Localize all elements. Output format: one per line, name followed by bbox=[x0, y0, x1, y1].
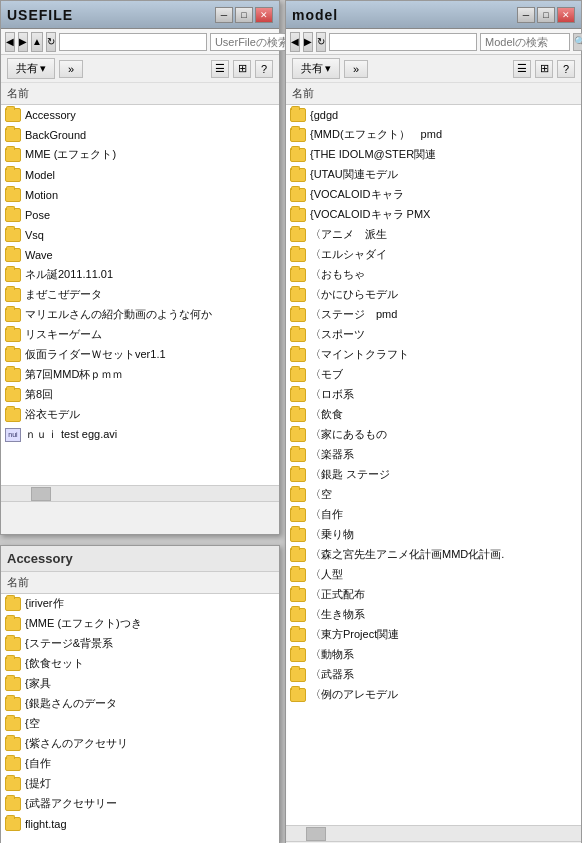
list-item[interactable]: 〈銀匙 ステージ bbox=[286, 465, 581, 485]
list-item[interactable]: 〈アニメ 派生 bbox=[286, 225, 581, 245]
list-item[interactable]: {武器アクセサリー bbox=[1, 794, 279, 814]
list-item[interactable]: ネル誕2011.11.01 bbox=[1, 265, 279, 285]
list-item[interactable]: 仮面ライダーＷセットver1.1 bbox=[1, 345, 279, 365]
list-item[interactable]: {VOCALOIDキャラ PMX bbox=[286, 205, 581, 225]
list-item[interactable]: {MME (エフェクト)つき bbox=[1, 614, 279, 634]
model-search-input[interactable] bbox=[480, 33, 570, 51]
list-item[interactable]: {飲食セット bbox=[1, 654, 279, 674]
list-item[interactable]: 〈かにひらモデル bbox=[286, 285, 581, 305]
model-address-input[interactable] bbox=[329, 33, 477, 51]
list-item[interactable]: MME (エフェクト) bbox=[1, 145, 279, 165]
list-item[interactable]: {自作 bbox=[1, 754, 279, 774]
userfile-more-btn[interactable]: » bbox=[59, 60, 83, 78]
model-file-list[interactable]: {gdgd{MMD(エフェクト） pmd{THE IDOLM@STER関連{UT… bbox=[286, 105, 581, 825]
userfile-minimize-btn[interactable]: ─ bbox=[215, 7, 233, 23]
list-item[interactable]: {紫さんのアクセサリ bbox=[1, 734, 279, 754]
list-item[interactable]: 〈自作 bbox=[286, 505, 581, 525]
folder-icon bbox=[5, 717, 21, 731]
list-item[interactable]: Pose bbox=[1, 205, 279, 225]
model-search-btn[interactable]: 🔍 bbox=[573, 33, 582, 51]
file-name: Vsq bbox=[25, 229, 44, 241]
model-title: model bbox=[292, 7, 517, 23]
model-refresh-btn[interactable]: ↻ bbox=[316, 32, 326, 52]
list-item[interactable]: リスキーゲーム bbox=[1, 325, 279, 345]
file-name: {gdgd bbox=[310, 109, 338, 121]
userfile-up-btn[interactable]: ▲ bbox=[31, 32, 43, 52]
model-close-btn[interactable]: ✕ bbox=[557, 7, 575, 23]
list-item[interactable]: 〈動物系 bbox=[286, 645, 581, 665]
list-item[interactable]: マリエルさんの紹介動画のような何か bbox=[1, 305, 279, 325]
list-item[interactable]: 〈マイントクラフト bbox=[286, 345, 581, 365]
model-layout-icon[interactable]: ⊞ bbox=[535, 60, 553, 78]
list-item[interactable]: 〈例のアレモデル bbox=[286, 685, 581, 705]
list-item[interactable]: {iriver作 bbox=[1, 594, 279, 614]
list-item[interactable]: {THE IDOLM@STER関連 bbox=[286, 145, 581, 165]
model-back-btn[interactable]: ◀ bbox=[290, 32, 300, 52]
list-item[interactable]: 〈正式配布 bbox=[286, 585, 581, 605]
list-item[interactable]: 〈乗り物 bbox=[286, 525, 581, 545]
list-item[interactable]: {MMD(エフェクト） pmd bbox=[286, 125, 581, 145]
userfile-help-btn[interactable]: ? bbox=[255, 60, 273, 78]
list-item[interactable]: flight.tag bbox=[1, 814, 279, 834]
list-item[interactable]: 〈武器系 bbox=[286, 665, 581, 685]
list-item[interactable]: Model bbox=[1, 165, 279, 185]
list-item[interactable]: {UTAU関連モデル bbox=[286, 165, 581, 185]
folder-icon bbox=[290, 688, 306, 702]
userfile-file-list[interactable]: AccessoryBackGroundMME (エフェクト)ModelMotio… bbox=[1, 105, 279, 485]
userfile-close-btn[interactable]: ✕ bbox=[255, 7, 273, 23]
list-item[interactable]: 〈おもちゃ bbox=[286, 265, 581, 285]
userfile-maximize-btn[interactable]: □ bbox=[235, 7, 253, 23]
userfile-share-btn[interactable]: 共有 ▾ bbox=[7, 58, 55, 79]
list-item[interactable]: 〈人型 bbox=[286, 565, 581, 585]
userfile-scrollbar-h[interactable] bbox=[1, 485, 279, 501]
model-view-icon[interactable]: ☰ bbox=[513, 60, 531, 78]
model-minimize-btn[interactable]: ─ bbox=[517, 7, 535, 23]
list-item[interactable]: nuiｎｕｉ test egg.avi bbox=[1, 425, 279, 445]
model-forward-btn[interactable]: ▶ bbox=[303, 32, 313, 52]
list-item[interactable]: 〈空 bbox=[286, 485, 581, 505]
model-share-btn[interactable]: 共有 ▾ bbox=[292, 58, 340, 79]
userfile-address-input[interactable] bbox=[59, 33, 207, 51]
list-item[interactable]: 第7回MMD杯ｐｍｍ bbox=[1, 365, 279, 385]
list-item[interactable]: {家具 bbox=[1, 674, 279, 694]
list-item[interactable]: 〈森之宮先生アニメ化計画MMD化計画. bbox=[286, 545, 581, 565]
model-help-btn[interactable]: ? bbox=[557, 60, 575, 78]
model-maximize-btn[interactable]: □ bbox=[537, 7, 555, 23]
model-scrollbar-h[interactable] bbox=[286, 825, 581, 841]
list-item[interactable]: Vsq bbox=[1, 225, 279, 245]
userfile-layout-icon[interactable]: ⊞ bbox=[233, 60, 251, 78]
list-item[interactable]: 〈生き物系 bbox=[286, 605, 581, 625]
list-item[interactable]: Motion bbox=[1, 185, 279, 205]
model-more-btn[interactable]: » bbox=[344, 60, 368, 78]
file-name: {飲食セット bbox=[25, 656, 84, 671]
userfile-back-btn[interactable]: ◀ bbox=[5, 32, 15, 52]
list-item[interactable]: {gdgd bbox=[286, 105, 581, 125]
list-item[interactable]: Wave bbox=[1, 245, 279, 265]
list-item[interactable]: 浴衣モデル bbox=[1, 405, 279, 425]
folder-icon bbox=[290, 228, 306, 242]
list-item[interactable]: {VOCALOIDキャラ bbox=[286, 185, 581, 205]
list-item[interactable]: 〈家にあるもの bbox=[286, 425, 581, 445]
userfile-view-icon[interactable]: ☰ bbox=[211, 60, 229, 78]
userfile-hscroll-thumb[interactable] bbox=[31, 487, 51, 501]
list-item[interactable]: 〈ロボ系 bbox=[286, 385, 581, 405]
list-item[interactable]: Accessory bbox=[1, 105, 279, 125]
list-item[interactable]: 〈エルシャダイ bbox=[286, 245, 581, 265]
list-item[interactable]: BackGround bbox=[1, 125, 279, 145]
userfile-refresh-btn[interactable]: ↻ bbox=[46, 32, 56, 52]
list-item[interactable]: 第8回 bbox=[1, 385, 279, 405]
list-item[interactable]: {ステージ&背景系 bbox=[1, 634, 279, 654]
list-item[interactable]: {提灯 bbox=[1, 774, 279, 794]
accessory-file-list[interactable]: {iriver作{MME (エフェクト)つき{ステージ&背景系{飲食セット{家具… bbox=[1, 594, 279, 843]
userfile-forward-btn[interactable]: ▶ bbox=[18, 32, 28, 52]
list-item[interactable]: 〈飲食 bbox=[286, 405, 581, 425]
list-item[interactable]: まぜこぜデータ bbox=[1, 285, 279, 305]
list-item[interactable]: 〈楽器系 bbox=[286, 445, 581, 465]
list-item[interactable]: 〈東方Project関連 bbox=[286, 625, 581, 645]
list-item[interactable]: 〈モブ bbox=[286, 365, 581, 385]
list-item[interactable]: 〈ステージ pmd bbox=[286, 305, 581, 325]
list-item[interactable]: {空 bbox=[1, 714, 279, 734]
list-item[interactable]: {銀匙さんのデータ bbox=[1, 694, 279, 714]
list-item[interactable]: 〈スポーツ bbox=[286, 325, 581, 345]
model-hscroll-thumb[interactable] bbox=[306, 827, 326, 841]
